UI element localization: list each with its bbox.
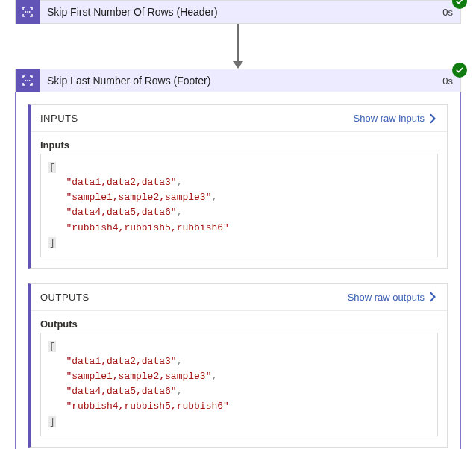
- success-badge-icon: [452, 63, 467, 78]
- svg-point-1: [25, 11, 26, 13]
- step-skip-last-rows[interactable]: Skip Last Number of Rows (Footer) 0s: [15, 69, 461, 92]
- chevron-right-icon: [428, 292, 438, 302]
- link-text: Show raw outputs: [348, 292, 425, 303]
- panel-title: OUTPUTS: [40, 292, 348, 303]
- arrow-down-icon: [233, 61, 243, 69]
- step-title: Skip Last Number of Rows (Footer): [40, 75, 435, 87]
- inputs-code-box[interactable]: [ "data1,data2,data3", "sample1,sample2,…: [40, 154, 438, 257]
- chevron-right-icon: [428, 113, 438, 124]
- step-header[interactable]: Skip Last Number of Rows (Footer) 0s: [15, 69, 461, 92]
- show-raw-outputs-link[interactable]: Show raw outputs: [348, 292, 438, 303]
- outputs-field-label: Outputs: [40, 318, 438, 330]
- inputs-field-label: Inputs: [40, 139, 438, 151]
- step-skip-first-rows[interactable]: Skip First Number Of Rows (Header) 0s: [15, 0, 461, 24]
- data-operation-icon: [16, 69, 40, 92]
- svg-point-5: [29, 80, 31, 81]
- step-header[interactable]: Skip First Number Of Rows (Header) 0s: [15, 0, 461, 24]
- panel-header: OUTPUTS Show raw outputs: [31, 284, 447, 311]
- data-operation-icon: [16, 0, 40, 24]
- panel-title: INPUTS: [40, 113, 354, 124]
- outputs-code-box[interactable]: [ "data1,data2,data3", "sample1,sample2,…: [40, 333, 438, 436]
- svg-point-2: [29, 11, 31, 13]
- panel-header: INPUTS Show raw inputs: [31, 105, 447, 132]
- step-body: INPUTS Show raw inputs Inputs [ "data1,d…: [15, 92, 461, 449]
- flow-connector: [15, 24, 461, 69]
- svg-point-0: [27, 11, 28, 13]
- outputs-panel: OUTPUTS Show raw outputs Outputs [ "data…: [28, 283, 448, 448]
- step-title: Skip First Number Of Rows (Header): [40, 6, 435, 18]
- inputs-panel: INPUTS Show raw inputs Inputs [ "data1,d…: [28, 104, 448, 269]
- show-raw-inputs-link[interactable]: Show raw inputs: [354, 113, 438, 124]
- svg-point-4: [25, 80, 26, 81]
- svg-point-3: [27, 80, 28, 81]
- link-text: Show raw inputs: [354, 113, 425, 124]
